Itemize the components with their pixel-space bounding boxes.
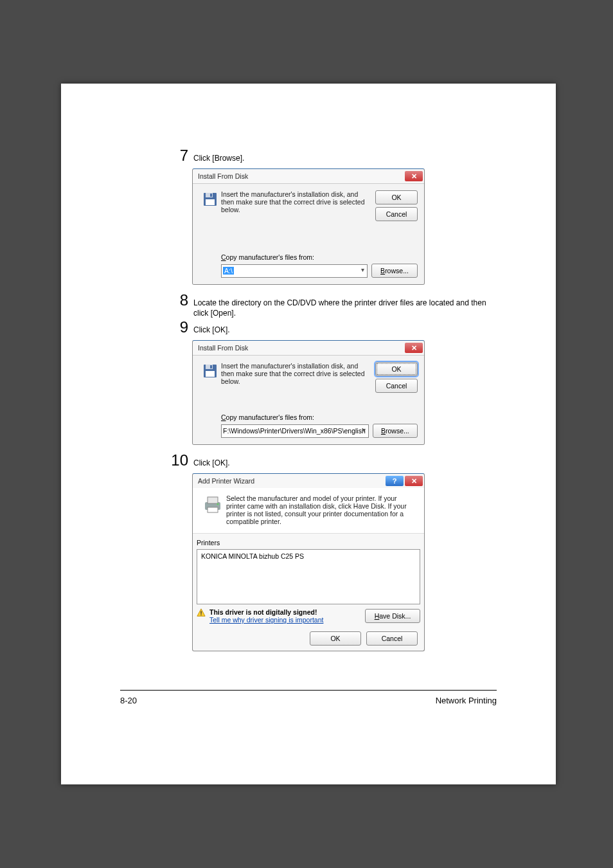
svg-rect-9 [208, 497, 218, 503]
step-7-number: 7 [170, 147, 188, 165]
cancel-button[interactable]: Cancel [366, 631, 418, 646]
help-icon[interactable]: ? [386, 476, 404, 486]
wizard-message: Select the manufacturer and model of you… [226, 494, 418, 525]
step-7-text: Click [Browse]. [193, 148, 244, 163]
warning-text: This driver is not digitally signed! [209, 608, 323, 616]
step-8-text: Locate the directory on the CD/DVD where… [193, 293, 498, 318]
copy-from-label: Copy manufacturer's files from: [221, 413, 418, 421]
step-9-text: Click [OK]. [193, 320, 230, 335]
section-title: Network Printing [436, 696, 497, 705]
svg-rect-2 [206, 199, 215, 205]
printers-listbox[interactable]: KONICA MINOLTA bizhub C25 PS [197, 549, 420, 604]
add-printer-wizard-dialog: Add Printer Wizard ? ✕ Select the manufa… [192, 473, 425, 651]
svg-rect-6 [206, 371, 215, 377]
printer-icon [199, 494, 226, 525]
floppy-disk-icon [199, 362, 221, 393]
install-from-disk-dialog-2: Install From Disk ✕ Insert the manufactu… [192, 340, 425, 445]
floppy-disk-icon [199, 190, 221, 221]
ok-button[interactable]: OK [375, 362, 418, 376]
dialog-message: Insert the manufacturer's installation d… [221, 190, 375, 221]
svg-rect-3 [210, 194, 212, 197]
printer-item[interactable]: KONICA MINOLTA bizhub C25 PS [201, 552, 416, 560]
path-value: A:\ [223, 267, 234, 275]
page-number: 8-20 [120, 696, 137, 705]
ok-button[interactable]: OK [375, 190, 418, 204]
copy-from-label: Copy manufacturer's files from: [221, 253, 418, 261]
dialog-title: Add Printer Wizard [198, 477, 254, 485]
printers-column-header: Printers [197, 539, 420, 547]
step-10-number: 10 [170, 451, 188, 469]
dialog-title: Install From Disk [198, 344, 248, 352]
close-icon[interactable]: ✕ [405, 476, 423, 486]
browse-button[interactable]: Browse... [371, 264, 418, 278]
browse-button[interactable]: Browse... [373, 424, 418, 438]
have-disk-button[interactable]: Have Disk... [365, 609, 420, 623]
path-input[interactable]: F:\Windows\Printer\Drivers\Win_x86\PS\en… [221, 424, 369, 438]
close-icon[interactable]: ✕ [405, 343, 423, 353]
step-9-number: 9 [170, 318, 188, 336]
driver-signing-link[interactable]: Tell me why driver signing is important [209, 616, 323, 624]
svg-rect-10 [208, 507, 218, 512]
step-8-number: 8 [170, 291, 188, 309]
path-input[interactable]: A:\ [221, 264, 368, 278]
step-10-text: Click [OK]. [193, 453, 230, 468]
svg-rect-7 [210, 365, 212, 368]
svg-point-11 [217, 503, 219, 505]
close-icon[interactable]: ✕ [405, 171, 423, 181]
dialog-message: Insert the manufacturer's installation d… [221, 362, 375, 393]
cancel-button[interactable]: Cancel [375, 207, 418, 221]
cancel-button[interactable]: Cancel [375, 379, 418, 393]
install-from-disk-dialog-1: Install From Disk ✕ Insert the manufactu… [192, 168, 425, 285]
svg-rect-14 [200, 615, 201, 615]
ok-button[interactable]: OK [310, 631, 361, 646]
svg-rect-13 [200, 611, 201, 614]
path-value: F:\Windows\Printer\Drivers\Win_x86\PS\en… [223, 427, 366, 435]
dialog-title: Install From Disk [198, 172, 248, 180]
warning-icon [197, 608, 206, 617]
footer-divider [120, 690, 497, 691]
